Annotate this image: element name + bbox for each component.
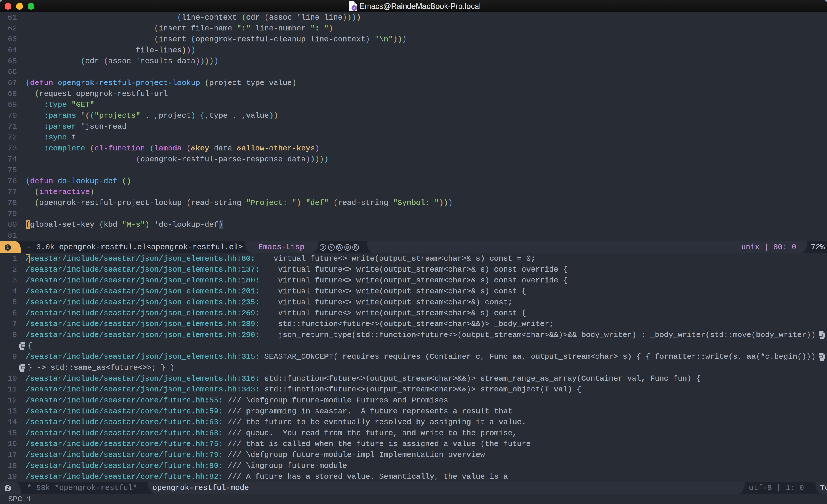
svg-text:e: e (353, 6, 355, 10)
